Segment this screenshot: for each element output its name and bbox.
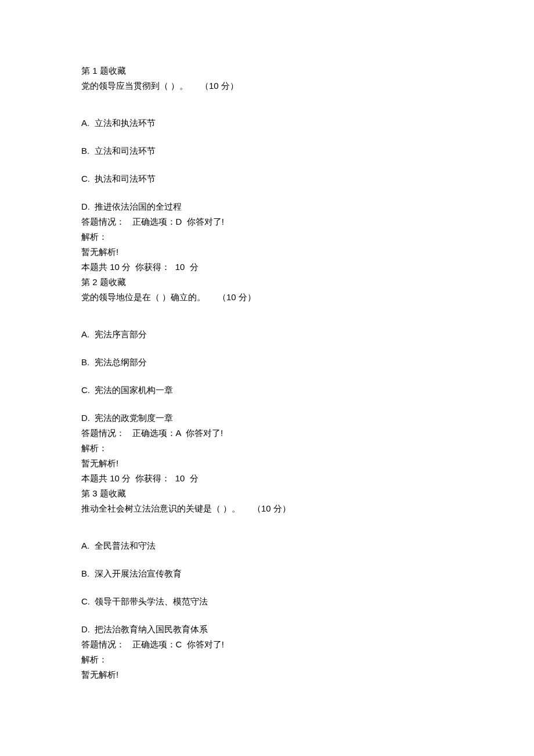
question-stem: 推动全社会树立法治意识的关键是（ ）。 （10 分） — [81, 502, 453, 516]
question-option: A. 全民普法和守法 — [81, 539, 453, 553]
question-option: B. 深入开展法治宣传教育 — [81, 567, 453, 581]
question-option: D. 宪法的政党制度一章 — [81, 411, 453, 425]
question-header: 第 1 题收藏 — [81, 64, 453, 78]
question-option: C. 执法和司法环节 — [81, 172, 453, 186]
explanation-none: 暂无解析! — [81, 668, 453, 682]
question-option: D. 推进依法治国的全过程 — [81, 200, 453, 214]
score-line: 本题共 10 分 你获得： 10 分 — [81, 260, 453, 274]
explanation-none: 暂无解析! — [81, 456, 453, 470]
question-stem: 党的领导地位是在（ ）确立的。 （10 分） — [81, 290, 453, 304]
answer-result: 答题情况： 正确选项：A 你答对了! — [81, 426, 453, 440]
question-option: B. 立法和司法环节 — [81, 144, 453, 158]
question-option: B. 宪法总纲部分 — [81, 355, 453, 369]
question-option: A. 立法和执法环节 — [81, 116, 453, 130]
question-header: 第 2 题收藏 — [81, 275, 453, 289]
explanation-label: 解析： — [81, 441, 453, 455]
page-container: 第 1 题收藏 党的领导应当贯彻到（ ）。 （10 分） A. 立法和执法环节 … — [0, 0, 534, 756]
explanation-none: 暂无解析! — [81, 245, 453, 259]
question-option: D. 把法治教育纳入国民教育体系 — [81, 622, 453, 636]
question-option: A. 宪法序言部分 — [81, 327, 453, 341]
explanation-label: 解析： — [81, 230, 453, 244]
question-header: 第 3 题收藏 — [81, 487, 453, 501]
question-option: C. 宪法的国家机构一章 — [81, 383, 453, 397]
score-line: 本题共 10 分 你获得： 10 分 — [81, 471, 453, 485]
question-stem: 党的领导应当贯彻到（ ）。 （10 分） — [81, 79, 453, 93]
explanation-label: 解析： — [81, 653, 453, 667]
answer-result: 答题情况： 正确选项：D 你答对了! — [81, 215, 453, 229]
answer-result: 答题情况： 正确选项：C 你答对了! — [81, 638, 453, 651]
question-option: C. 领导干部带头学法、模范守法 — [81, 595, 453, 609]
